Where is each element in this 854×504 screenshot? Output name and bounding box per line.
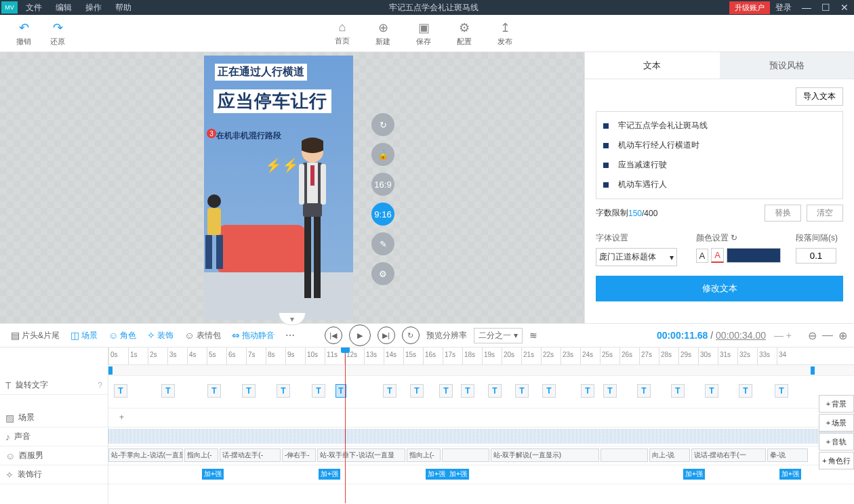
text-item[interactable]: 机动车行经人行横道时: [602, 135, 837, 155]
tool-scene[interactable]: ◫场景: [66, 330, 102, 341]
replace-button[interactable]: 替换: [765, 205, 801, 222]
track-sound[interactable]: +: [108, 427, 854, 446]
character-clip[interactable]: 站-双手解说(一直显示): [491, 448, 599, 462]
upgrade-button[interactable]: 升级账户: [729, 1, 770, 14]
prev-button[interactable]: |◀: [325, 327, 342, 344]
text-clip[interactable]: T: [603, 384, 617, 398]
edit-tool[interactable]: ✎: [371, 232, 394, 255]
add-icon[interactable]: +: [119, 413, 124, 422]
clear-button[interactable]: 清空: [807, 205, 843, 222]
text-clip[interactable]: T: [542, 384, 556, 398]
add-audio-button[interactable]: + 音轨: [819, 433, 854, 450]
text-clip[interactable]: T: [383, 384, 396, 398]
close-button[interactable]: ✕: [835, 2, 854, 13]
track-scene[interactable]: +: [108, 408, 854, 427]
decoration-clip[interactable]: 加+强: [319, 469, 340, 480]
character-clip[interactable]: 站-手掌向上-说话(一直显: [108, 448, 183, 462]
text-clip[interactable]: T: [242, 384, 256, 398]
text-clip[interactable]: T: [277, 384, 290, 398]
canvas-area[interactable]: ⚡⚡ 正在通过人行横道 应当停车让行 3 在机非机混行路段 ↻ 🔓 16:9 9…: [0, 52, 584, 323]
text-clip[interactable]: T: [161, 384, 175, 398]
zoom-out-button[interactable]: ⊖: [808, 329, 817, 342]
range-bar[interactable]: [108, 365, 854, 376]
character-clip[interactable]: [601, 448, 648, 462]
decoration-clip[interactable]: 加+强: [447, 469, 469, 480]
tool-decoration[interactable]: ✧装饰: [143, 330, 178, 341]
layers-icon[interactable]: ≋: [529, 330, 537, 341]
track-text[interactable]: TTTTTTTTTTTTTTTTTTTTT: [108, 376, 854, 408]
tool-intro-outro[interactable]: ▤片头&片尾: [7, 330, 64, 341]
settings-tool[interactable]: ⚙: [371, 262, 394, 285]
text-color-b[interactable]: A: [711, 248, 724, 263]
track-label-sound[interactable]: ♪声音: [0, 427, 108, 446]
character-clip[interactable]: -伸右手-: [282, 448, 316, 462]
loop-button[interactable]: ↻: [402, 327, 420, 344]
character-clip[interactable]: 说话-摆动右手(一: [691, 448, 766, 462]
character-clip[interactable]: 话-摆动左手(-: [220, 448, 281, 462]
new-button[interactable]: ⊕新建: [366, 18, 400, 49]
menu-edit[interactable]: 编辑: [49, 2, 79, 14]
text-clip[interactable]: T: [671, 384, 685, 398]
decoration-clip[interactable]: 加+强: [202, 469, 224, 480]
text-color-a[interactable]: A: [696, 249, 709, 263]
spacing-input[interactable]: [796, 248, 836, 264]
text-clip[interactable]: T: [637, 384, 651, 398]
help-icon[interactable]: ?: [98, 381, 102, 390]
zoom-in-button[interactable]: ⊕: [838, 329, 847, 342]
text-item[interactable]: 牢记五点学会礼让斑马线: [602, 116, 837, 135]
refresh-tool[interactable]: ↻: [371, 113, 394, 136]
tool-drag-mute[interactable]: ⇔拖动静音: [228, 330, 279, 341]
menu-file[interactable]: 文件: [19, 2, 49, 14]
play-button[interactable]: ▶: [349, 324, 371, 346]
color-swatch[interactable]: [727, 248, 781, 263]
maximize-button[interactable]: ☐: [816, 2, 835, 13]
range-start-handle[interactable]: [108, 366, 113, 375]
text-clip[interactable]: T: [207, 384, 221, 398]
time-ruler[interactable]: 0s1s2s3s4s5s6s7s8s9s10s11s12s13s14s15s16…: [108, 348, 854, 365]
character-clip[interactable]: 拳-说: [767, 448, 808, 462]
track-label-scene[interactable]: ▨场景: [0, 408, 108, 427]
stage[interactable]: ⚡⚡ 正在通过人行横道 应当停车让行 3 在机非机混行路段: [204, 56, 353, 320]
minimize-button[interactable]: ―: [797, 2, 816, 13]
text-clip[interactable]: T: [114, 384, 127, 398]
text-item[interactable]: 机动车遇行人: [602, 175, 837, 194]
decoration-clip[interactable]: 加+强: [779, 469, 801, 480]
track-character[interactable]: 站-手掌向上-说话(一直显指向上(-话-摆动左手(--伸右手-站-双手垂下-说话…: [108, 446, 854, 465]
track-label-decoration[interactable]: ✧装饰行: [0, 465, 108, 484]
login-button[interactable]: 登录: [770, 2, 797, 14]
text-clip[interactable]: T: [439, 384, 453, 398]
font-select[interactable]: 庞门正道标题体▾: [596, 248, 677, 266]
track-decoration[interactable]: 加+强加+强加+强加+强加+强加+强: [108, 465, 854, 484]
range-end-handle[interactable]: [811, 366, 815, 375]
track-area[interactable]: 0s1s2s3s4s5s6s7s8s9s10s11s12s13s14s15s16…: [108, 348, 854, 503]
add-role-button[interactable]: + 角色行: [819, 452, 854, 469]
character-clip[interactable]: [442, 448, 489, 462]
text-clip[interactable]: T: [581, 384, 594, 398]
menu-action[interactable]: 操作: [79, 2, 108, 14]
ratio-9-16[interactable]: 9:16: [371, 203, 394, 226]
playhead[interactable]: [345, 348, 346, 503]
modify-text-button[interactable]: 修改文本: [596, 276, 843, 301]
character-clip[interactable]: 向上-说: [649, 448, 690, 462]
add-scene-button[interactable]: + 场景: [819, 414, 854, 432]
home-button[interactable]: ⌂首页: [325, 18, 359, 49]
text-clip[interactable]: T: [461, 384, 474, 398]
text-list[interactable]: 牢记五点学会礼让斑马线 机动车行经人行横道时 应当减速行驶 机动车遇行人: [596, 111, 843, 199]
save-button[interactable]: ▣保存: [407, 18, 441, 49]
time-total[interactable]: 00:00:34.00: [716, 330, 766, 341]
tool-character[interactable]: ☺角色: [104, 330, 140, 341]
redo-button[interactable]: ↷还原: [41, 18, 75, 49]
text-item[interactable]: 应当减速行驶: [602, 155, 837, 175]
tab-preset[interactable]: 预设风格: [720, 52, 855, 79]
menu-help[interactable]: 帮助: [108, 2, 138, 14]
text-clip[interactable]: T: [488, 384, 502, 398]
track-label-character[interactable]: ☺西服男: [0, 446, 108, 465]
character-clip[interactable]: 指向上(-: [184, 448, 218, 462]
tab-text[interactable]: 文本: [585, 52, 720, 79]
text-clip[interactable]: T: [410, 384, 424, 398]
undo-button[interactable]: ↶撤销: [7, 18, 41, 49]
more-icon[interactable]: ⋯: [285, 330, 295, 341]
add-bg-button[interactable]: + 背景: [819, 395, 854, 413]
config-button[interactable]: ⚙配置: [447, 18, 481, 49]
character-clip[interactable]: 指向上(-: [407, 448, 441, 462]
